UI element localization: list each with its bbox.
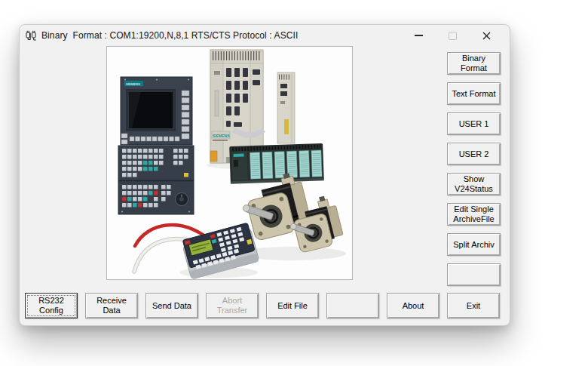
expansion-board (277, 72, 295, 143)
siemens-hardware-illustration: SIEMENS (107, 47, 352, 279)
close-button[interactable] (470, 25, 504, 46)
desktop: Binary Format : COM1:19200,N,8,1 RTS/CTS… (0, 0, 588, 366)
minimize-button[interactable] (402, 25, 436, 46)
maximize-icon (449, 32, 457, 40)
show-v24status-button[interactable]: Show V24Status (447, 173, 501, 195)
app-window: Binary Format : COM1:19200,N,8,1 RTS/CTS… (19, 24, 510, 326)
close-icon (482, 32, 491, 40)
send-data-button[interactable]: Send Data (145, 293, 198, 318)
binary-format-button[interactable]: Binary Format (447, 52, 501, 75)
unlabeled-right-button[interactable] (447, 263, 501, 286)
cnc-operator-panel: SIEMENS (118, 77, 194, 214)
user1-button[interactable]: USER 1 (447, 112, 501, 135)
product-photo: SIEMENS (106, 46, 353, 280)
edit-file-button[interactable]: Edit File (266, 293, 319, 318)
rs232-config-button[interactable]: RS232 Config (25, 293, 78, 318)
maximize-button[interactable] (436, 25, 470, 46)
split-archiv-button[interactable]: Split Archiv (447, 233, 501, 256)
s7-plc (229, 143, 324, 184)
unlabeled-bottom-button[interactable] (326, 293, 379, 318)
panel-siemens-label: SIEMENS (126, 82, 140, 86)
rack-siemens-label: SIEMENS (213, 134, 230, 138)
serial-connectors-icon (25, 30, 37, 41)
exit-button[interactable]: Exit (447, 293, 500, 318)
window-controls (402, 25, 504, 46)
receive-data-button[interactable]: Receive Data (85, 293, 138, 318)
minimize-icon (415, 35, 423, 36)
abort-transfer-button[interactable]: Abort Transfer (206, 293, 259, 318)
user2-button[interactable]: USER 2 (447, 143, 501, 165)
edit-single-archivefile-button[interactable]: Edit Single ArchiveFile (447, 203, 501, 226)
about-button[interactable]: About (387, 293, 439, 318)
text-format-button[interactable]: Text Format (447, 82, 501, 105)
window-title: Binary Format : COM1:19200,N,8,1 RTS/CTS… (41, 30, 298, 41)
title-bar[interactable]: Binary Format : COM1:19200,N,8,1 RTS/CTS… (20, 25, 510, 46)
